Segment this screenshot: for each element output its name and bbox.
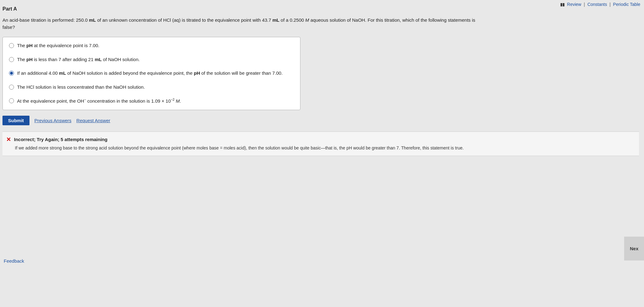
option-row-4: The HCl solution is less concentrated th… [9,84,294,91]
feedback-body: If we added more strong base to the stro… [15,145,480,151]
feedback-title: Incorrect; Try Again; 5 attempts remaini… [14,137,107,142]
options-container: The pH at the equivalence point is 7.00.… [2,37,300,110]
top-navigation: ▮▮ Review | Constants | Periodic Table [556,0,644,9]
submit-button[interactable]: Submit [2,116,29,125]
separator-2: | [610,2,611,7]
option-radio-3[interactable] [9,71,14,76]
option-row-5: At the equivalence point, the OH− concen… [9,97,294,105]
option-radio-4[interactable] [9,85,14,90]
option-radio-2[interactable] [9,57,14,62]
option-text-4: The HCl solution is less concentrated th… [17,84,294,91]
periodic-table-link[interactable]: Periodic Table [613,2,640,7]
separator-1: | [584,2,585,7]
incorrect-icon: ✕ [6,136,11,143]
part-label: Part A [2,6,639,12]
option-text-1: The pH at the equivalence point is 7.00. [17,42,294,49]
action-buttons: Submit Previous Answers Request Answer [2,116,639,125]
constants-link[interactable]: Constants [588,2,607,7]
option-row-2: The pH is less than 7 after adding 21 mL… [9,56,294,63]
option-row-3: If an additional 4.00 mL of NaOH solutio… [9,70,294,77]
bottom-bar: Feedback [0,258,644,264]
question-text: An acid-base titration is performed: 250… [2,17,484,31]
option-text-2: The pH is less than 7 after adding 21 mL… [17,56,294,63]
review-link[interactable]: Review [567,2,581,7]
feedback-header: ✕ Incorrect; Try Again; 5 attempts remai… [6,136,635,143]
feedback-section: ✕ Incorrect; Try Again; 5 attempts remai… [2,131,639,156]
request-answer-button[interactable]: Request Answer [76,118,110,123]
option-text-5: At the equivalence point, the OH− concen… [17,97,294,105]
next-button[interactable]: Nex [624,237,644,260]
review-icon: ▮▮ [560,2,565,7]
previous-answers-button[interactable]: Previous Answers [34,118,71,123]
main-content: Part A An acid-base titration is perform… [0,0,644,162]
feedback-link[interactable]: Feedback [4,258,24,264]
option-radio-1[interactable] [9,43,14,48]
option-row-1: The pH at the equivalence point is 7.00. [9,42,294,49]
option-radio-5[interactable] [9,98,14,103]
option-text-3: If an additional 4.00 mL of NaOH solutio… [17,70,294,77]
